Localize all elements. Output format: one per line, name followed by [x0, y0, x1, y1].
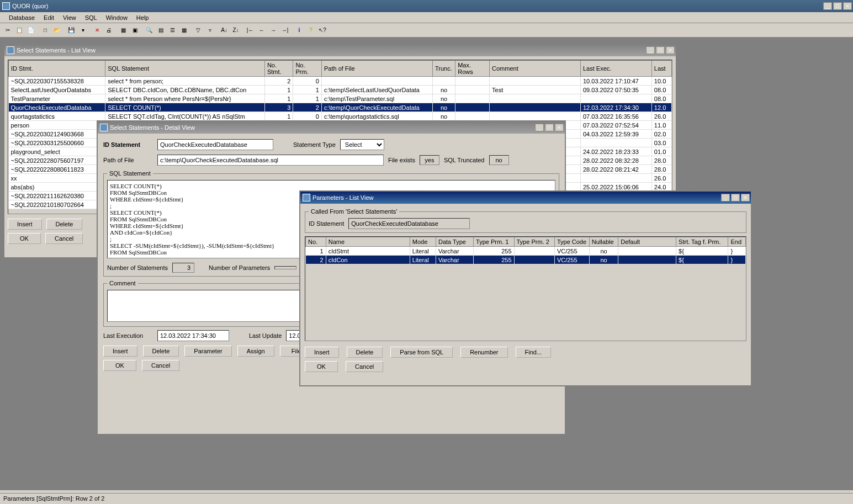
- col-header[interactable]: Max. Rows: [455, 61, 490, 77]
- sort-asc-icon[interactable]: A↓: [219, 25, 230, 36]
- col-header[interactable]: No. Prm.: [293, 61, 322, 77]
- prev-icon[interactable]: ←: [256, 25, 267, 36]
- print-icon[interactable]: 🖨: [103, 25, 114, 36]
- save-all-icon[interactable]: ▾: [77, 25, 88, 36]
- num-statements-value: 3: [172, 263, 194, 273]
- whats-this-icon[interactable]: ↖?: [317, 25, 328, 36]
- sort-desc-icon[interactable]: Z↓: [230, 25, 241, 36]
- window-icon: [303, 194, 310, 201]
- close-button[interactable]: ×: [741, 194, 750, 201]
- cancel-button[interactable]: Cancel: [346, 361, 383, 372]
- col-header[interactable]: Data Type: [436, 237, 473, 247]
- help-icon[interactable]: ?: [305, 25, 316, 36]
- table-icon[interactable]: ▦: [178, 25, 189, 36]
- cancel-button[interactable]: Cancel: [142, 360, 179, 371]
- list-icon[interactable]: ☰: [167, 25, 178, 36]
- parameter-button[interactable]: Parameter: [184, 346, 231, 357]
- menu-edit[interactable]: Edit: [39, 13, 59, 22]
- col-header[interactable]: Last: [651, 61, 671, 77]
- renumber-button[interactable]: Renumber: [460, 347, 507, 358]
- table-row[interactable]: 1cIdStmtLiteralVarchar255VC/255no${}: [306, 247, 746, 256]
- maximize-button[interactable]: □: [656, 46, 665, 54]
- parse-button[interactable]: Parse from SQL: [390, 347, 453, 358]
- close-button[interactable]: ×: [843, 2, 852, 10]
- maximize-button[interactable]: □: [833, 2, 842, 10]
- parameters-table[interactable]: No.NameModeData TypeType Prm. 1Type Prm.…: [305, 237, 746, 264]
- find-button[interactable]: Find...: [516, 347, 552, 358]
- save-icon[interactable]: 💾: [66, 25, 77, 36]
- minimize-button[interactable]: _: [646, 46, 655, 54]
- path-input[interactable]: [157, 155, 384, 166]
- ok-button[interactable]: OK: [305, 361, 338, 372]
- insert-button[interactable]: Insert: [103, 346, 137, 357]
- copy-icon[interactable]: 📋: [14, 25, 25, 36]
- col-header[interactable]: ID Stmt.: [9, 61, 105, 77]
- table-row[interactable]: SelectLastUsedQuorDatatabsSELECT DBC.cId…: [9, 86, 672, 94]
- parameters-window[interactable]: Parameters - List View _ □ × Called From…: [299, 190, 752, 386]
- col-header[interactable]: Default: [618, 237, 676, 247]
- table-row[interactable]: ~SQL20220307155538328select * from perso…: [9, 77, 672, 86]
- minimize-button[interactable]: _: [721, 194, 730, 201]
- statement-type-select[interactable]: Select: [340, 139, 384, 150]
- cancel-button[interactable]: Cancel: [45, 233, 83, 244]
- table-row[interactable]: 2cIdConLiteralVarchar255VC/255no${}: [306, 256, 746, 264]
- new-icon[interactable]: □: [40, 25, 51, 36]
- filter-icon[interactable]: ▽: [193, 25, 204, 36]
- ok-button[interactable]: OK: [103, 360, 136, 371]
- last-icon[interactable]: →|: [279, 25, 290, 36]
- comment-legend: Comment: [107, 280, 138, 287]
- col-header[interactable]: Comment: [490, 61, 581, 77]
- filter2-icon[interactable]: ▿: [204, 25, 215, 36]
- close-button[interactable]: ×: [666, 46, 675, 54]
- delete-button[interactable]: Delete: [46, 219, 83, 230]
- paste-icon[interactable]: 📄: [25, 25, 36, 36]
- col-header[interactable]: SQL Statement: [105, 61, 265, 77]
- menu-sql[interactable]: SQL: [81, 13, 102, 22]
- grid-icon[interactable]: ▤: [155, 25, 166, 36]
- minimize-button[interactable]: _: [823, 2, 832, 10]
- insert-button[interactable]: Insert: [305, 347, 339, 358]
- close-button[interactable]: ×: [555, 124, 564, 131]
- delete-button[interactable]: Delete: [143, 346, 179, 357]
- col-header[interactable]: Mode: [410, 237, 436, 247]
- find-icon[interactable]: 🔍: [144, 25, 155, 36]
- sql-legend: SQL Statement: [107, 170, 153, 177]
- open-icon[interactable]: 📂: [51, 25, 62, 36]
- assign-button[interactable]: Assign: [237, 346, 274, 357]
- maximize-button[interactable]: □: [731, 194, 740, 201]
- cut-icon[interactable]: ✂: [2, 25, 13, 36]
- col-header[interactable]: Nullable: [589, 237, 618, 247]
- col-header[interactable]: No.: [306, 237, 326, 247]
- col-header[interactable]: Path of File: [321, 61, 432, 77]
- col-header[interactable]: Strt. Tag f. Prm.: [676, 237, 728, 247]
- col-header[interactable]: Type Code: [554, 237, 589, 247]
- delete-button[interactable]: Delete: [347, 347, 383, 358]
- minimize-button[interactable]: _: [535, 124, 544, 131]
- menu-database[interactable]: Database: [4, 13, 39, 22]
- app-title-bar: QUOR (quor) _ □ ×: [0, 0, 853, 12]
- tool1-icon[interactable]: ▦: [118, 25, 129, 36]
- next-icon[interactable]: →: [268, 25, 279, 36]
- delete-icon[interactable]: ✕: [92, 25, 103, 36]
- col-header[interactable]: End: [728, 237, 746, 247]
- id-statement-input[interactable]: [157, 139, 273, 150]
- first-icon[interactable]: |←: [245, 25, 256, 36]
- table-row[interactable]: quortagstaticticsSELECT SQT.cIdTag, CInt…: [9, 112, 672, 121]
- table-row[interactable]: TestParameterselect * from Person where …: [9, 94, 672, 103]
- insert-button[interactable]: Insert: [8, 219, 42, 230]
- menu-help[interactable]: Help: [132, 13, 153, 22]
- menu-window[interactable]: Window: [102, 13, 132, 22]
- menu-view[interactable]: View: [59, 13, 81, 22]
- last-exec-label: Last Execution: [103, 332, 153, 339]
- table-row[interactable]: QuorCheckExecutedDatatabaSELECT COUNT(*)…: [9, 103, 672, 112]
- info-icon[interactable]: i: [294, 25, 305, 36]
- col-header[interactable]: Last Exec.: [580, 61, 651, 77]
- col-header[interactable]: Type Prm. 2: [514, 237, 554, 247]
- col-header[interactable]: Trunc.: [432, 61, 455, 77]
- col-header[interactable]: Name: [326, 237, 410, 247]
- col-header[interactable]: No. Stmt.: [264, 61, 293, 77]
- ok-button[interactable]: OK: [8, 233, 41, 244]
- col-header[interactable]: Type Prm. 1: [474, 237, 514, 247]
- maximize-button[interactable]: □: [545, 124, 554, 131]
- tool2-icon[interactable]: ▣: [129, 25, 140, 36]
